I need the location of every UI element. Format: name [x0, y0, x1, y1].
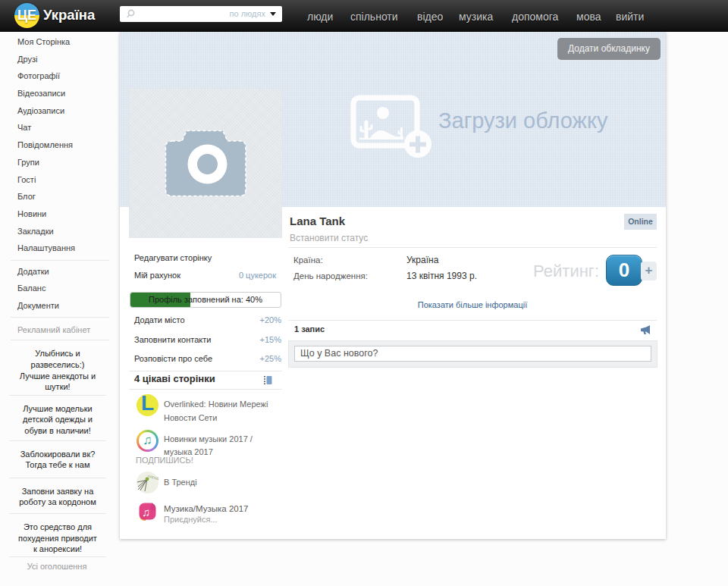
- svg-text:♫: ♫: [142, 506, 150, 519]
